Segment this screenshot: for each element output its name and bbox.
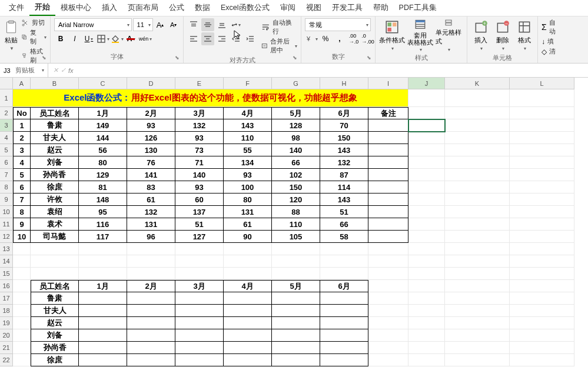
cell-A20[interactable] <box>13 329 31 342</box>
cell-D13[interactable] <box>127 243 175 255</box>
cell-A7[interactable]: 5 <box>13 169 31 181</box>
cell-A22[interactable] <box>13 354 31 366</box>
number-launcher[interactable]: ⬊ <box>367 55 374 62</box>
cell-K13[interactable] <box>445 243 510 255</box>
cell-A16[interactable] <box>13 280 31 292</box>
cell-B7[interactable]: 孙尚香 <box>31 169 79 181</box>
row-header-7[interactable]: 7 <box>0 169 13 181</box>
cell-G8[interactable]: 150 <box>272 181 320 193</box>
col-header-I[interactable]: I <box>368 78 408 89</box>
align-center-button[interactable] <box>201 32 214 45</box>
cell-F18[interactable] <box>224 305 272 317</box>
cell-L8[interactable] <box>510 181 574 193</box>
cell-G19[interactable] <box>272 317 320 329</box>
cell-E4[interactable]: 93 <box>175 132 224 144</box>
cell-J7[interactable] <box>408 169 445 181</box>
grid-body[interactable]: Excel函数公式：用好Excel图表的这个功能，使数据可视化，功能超乎想象No… <box>13 89 574 366</box>
cell-B15[interactable] <box>31 268 79 280</box>
col-header-H[interactable]: H <box>320 78 368 89</box>
align-right-button[interactable] <box>215 32 228 45</box>
pinyin-button[interactable]: wén▾ <box>139 32 152 45</box>
cell-F16[interactable]: 4月 <box>224 280 272 292</box>
row-header-4[interactable]: 4 <box>0 132 13 144</box>
cell-L11[interactable] <box>510 218 574 231</box>
cell-E12[interactable]: 127 <box>175 231 224 243</box>
cell-D11[interactable]: 131 <box>127 218 175 231</box>
cell-F15[interactable] <box>224 268 272 280</box>
cell-C10[interactable]: 95 <box>79 206 127 218</box>
cell-I22[interactable] <box>368 354 408 366</box>
cell-C2[interactable]: 1月 <box>79 107 127 119</box>
cell-B6[interactable]: 刘备 <box>31 156 79 169</box>
align-top-button[interactable] <box>187 18 200 31</box>
cell-E20[interactable] <box>175 329 224 342</box>
cell-C8[interactable]: 81 <box>79 181 127 193</box>
cell-H18[interactable] <box>320 305 368 317</box>
cell-L5[interactable] <box>510 144 574 156</box>
cell-G9[interactable]: 120 <box>272 193 320 206</box>
cell-C16[interactable]: 1月 <box>79 280 127 292</box>
menu-Excel函数公式[interactable]: Excel函数公式 <box>215 1 275 15</box>
cell-E7[interactable]: 140 <box>175 169 224 181</box>
align-bottom-button[interactable] <box>215 18 228 31</box>
row-header-6[interactable]: 6 <box>0 156 13 169</box>
cell-E9[interactable]: 60 <box>175 193 224 206</box>
clipboard-launcher[interactable]: ⬊ <box>42 55 49 62</box>
cell-L12[interactable] <box>510 231 574 243</box>
cell-I6[interactable] <box>368 156 408 169</box>
cell-B17[interactable]: 鲁肃 <box>31 292 79 305</box>
cell-C21[interactable] <box>79 342 127 354</box>
menu-插入[interactable]: 插入 <box>97 1 122 15</box>
cell-F7[interactable]: 93 <box>224 169 272 181</box>
cell-H8[interactable]: 114 <box>320 181 368 193</box>
decrease-indent-button[interactable] <box>230 32 242 45</box>
accounting-button[interactable]: ¥▾ <box>305 32 318 45</box>
border-button[interactable]: ▾ <box>97 32 109 45</box>
row-header-12[interactable]: 12 <box>0 231 13 243</box>
cell-H7[interactable]: 87 <box>320 169 368 181</box>
col-header-D[interactable]: D <box>127 78 175 89</box>
cell-L9[interactable] <box>510 193 574 206</box>
col-header-K[interactable]: K <box>445 78 510 89</box>
cell-G4[interactable]: 98 <box>272 132 320 144</box>
row-header-2[interactable]: 2 <box>0 107 13 119</box>
cell-A17[interactable] <box>13 292 31 305</box>
row-header-18[interactable]: 18 <box>0 305 13 317</box>
merge-center-button[interactable]: 合并后居中▾ <box>261 37 297 55</box>
cell-H12[interactable]: 58 <box>320 231 368 243</box>
cell-C4[interactable]: 144 <box>79 132 127 144</box>
cell-C19[interactable] <box>79 317 127 329</box>
cell-D10[interactable]: 132 <box>127 206 175 218</box>
cell-G3[interactable]: 128 <box>272 119 320 132</box>
row-header-21[interactable]: 21 <box>0 342 13 354</box>
cell-E14[interactable] <box>175 255 224 268</box>
cell-A11[interactable]: 9 <box>13 218 31 231</box>
menu-开发工具[interactable]: 开发工具 <box>327 1 368 15</box>
cell-B5[interactable]: 赵云 <box>31 144 79 156</box>
cell-K10[interactable] <box>445 206 510 218</box>
cell-I19[interactable] <box>368 317 408 329</box>
cell-K5[interactable] <box>445 144 510 156</box>
cell-D9[interactable]: 61 <box>127 193 175 206</box>
cell-J5[interactable] <box>408 144 445 156</box>
italic-button[interactable]: I <box>68 32 81 45</box>
cell-I5[interactable] <box>368 144 408 156</box>
cell-I17[interactable] <box>368 292 408 305</box>
copy-button[interactable]: 复制▾ <box>21 28 46 46</box>
row-header-3[interactable]: 3 <box>0 119 13 132</box>
cell-D12[interactable]: 96 <box>127 231 175 243</box>
col-header-F[interactable]: F <box>224 78 272 89</box>
cell-C14[interactable] <box>79 255 127 268</box>
cell-F3[interactable]: 143 <box>224 119 272 132</box>
cell-F20[interactable] <box>224 329 272 342</box>
cell-H10[interactable]: 51 <box>320 206 368 218</box>
cell-I11[interactable] <box>368 218 408 231</box>
orientation-button[interactable]: ⤢▾ <box>230 18 242 31</box>
cell-A5[interactable]: 3 <box>13 144 31 156</box>
menu-公式[interactable]: 公式 <box>164 1 190 15</box>
number-format-combo[interactable]: 常规▾ <box>305 18 371 31</box>
cell-G15[interactable] <box>272 268 320 280</box>
cell-G22[interactable] <box>272 354 320 366</box>
cell-B13[interactable] <box>31 243 79 255</box>
row-header-11[interactable]: 11 <box>0 218 13 231</box>
